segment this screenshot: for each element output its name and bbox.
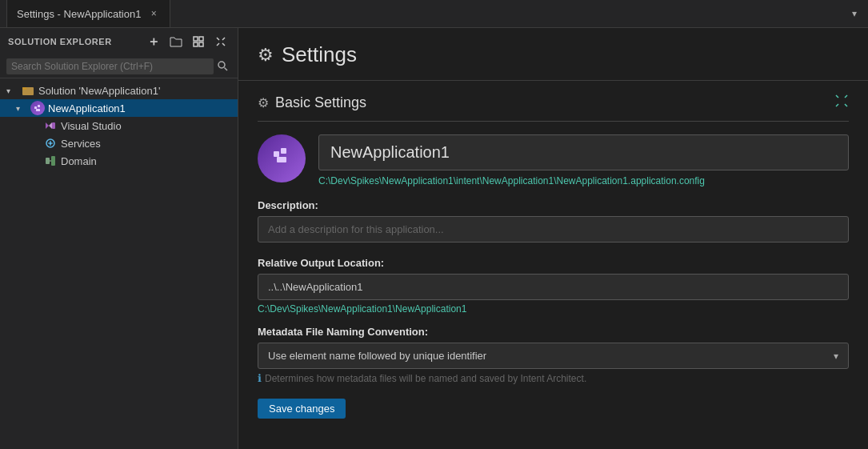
svg-rect-12 bbox=[34, 106, 37, 109]
settings-header-icon: ⚙ bbox=[258, 45, 274, 66]
description-field-group: Description: bbox=[258, 199, 849, 246]
project-label: NewApplication1 bbox=[48, 102, 126, 114]
sidebar-item-project[interactable]: ▾ NewApplication1 bbox=[0, 99, 238, 117]
section-header: ⚙ Basic Settings bbox=[258, 94, 849, 111]
domain-icon bbox=[43, 154, 58, 168]
main-content: ⚙ Settings ⚙ Basic Settings bbox=[238, 28, 868, 449]
svg-point-17 bbox=[50, 142, 52, 145]
section-expand-button[interactable] bbox=[834, 94, 849, 111]
app-logo-icon bbox=[270, 145, 293, 173]
svg-point-8 bbox=[218, 62, 225, 68]
svg-line-4 bbox=[217, 38, 219, 40]
app-name-display: NewApplication1 bbox=[318, 134, 849, 170]
svg-line-9 bbox=[225, 67, 228, 70]
svg-line-22 bbox=[845, 95, 847, 98]
folder-button[interactable] bbox=[167, 33, 185, 50]
naming-dropdown-arrow: ▾ bbox=[834, 351, 838, 362]
sidebar-item-solution[interactable]: ▾ Solution 'NewApplication1' bbox=[0, 82, 238, 99]
svg-line-5 bbox=[222, 38, 225, 40]
svg-rect-19 bbox=[51, 156, 55, 166]
svg-rect-3 bbox=[199, 42, 203, 46]
services-label: Services bbox=[61, 138, 101, 150]
naming-convention-field-group: Metadata File Naming Convention: Use ele… bbox=[258, 326, 849, 384]
svg-line-24 bbox=[845, 104, 847, 106]
search-bar bbox=[0, 55, 238, 78]
sidebar-item-visualstudio[interactable]: Visual Studio bbox=[0, 117, 238, 134]
settings-page-title: Settings bbox=[282, 42, 357, 67]
svg-rect-1 bbox=[199, 37, 203, 41]
visualstudio-label: Visual Studio bbox=[61, 120, 122, 132]
section-gear-icon: ⚙ bbox=[258, 95, 269, 110]
svg-rect-11 bbox=[22, 87, 26, 90]
solution-label: Solution 'NewApplication1' bbox=[38, 85, 160, 97]
svg-line-23 bbox=[836, 104, 838, 106]
output-location-value[interactable]: ..\..\NewApplication1 bbox=[258, 274, 849, 300]
info-icon: ℹ bbox=[258, 372, 262, 384]
layout-button[interactable] bbox=[212, 33, 230, 50]
app-name-section: NewApplication1 C:\Dev\Spikes\NewApplica… bbox=[318, 134, 849, 186]
tab-bar: Settings - NewApplication1 × ▾ bbox=[0, 0, 868, 28]
svg-rect-0 bbox=[194, 37, 198, 41]
description-label: Description: bbox=[258, 199, 849, 211]
output-location-label: Relative Output Location: bbox=[258, 257, 849, 269]
svg-line-6 bbox=[217, 43, 219, 46]
save-button[interactable]: Save changes bbox=[258, 399, 346, 419]
svg-rect-15 bbox=[52, 122, 55, 129]
app-config-path[interactable]: C:\Dev\Spikes\NewApplication1\intent\New… bbox=[318, 175, 849, 186]
output-location-path[interactable]: C:\Dev\Spikes\NewApplication1\NewApplica… bbox=[258, 303, 849, 315]
section-title-row: ⚙ Basic Settings bbox=[258, 94, 366, 111]
sidebar: Solution Explorer ＋ bbox=[0, 28, 238, 449]
add-button[interactable]: ＋ bbox=[145, 33, 162, 50]
project-arrow: ▾ bbox=[16, 104, 27, 113]
svg-line-21 bbox=[836, 95, 838, 98]
app-identity: NewApplication1 C:\Dev\Spikes\NewApplica… bbox=[258, 134, 849, 186]
visualstudio-icon bbox=[43, 118, 58, 133]
solution-tree: ▾ Solution 'NewApplication1' ▾ bbox=[0, 78, 238, 173]
svg-rect-13 bbox=[38, 105, 40, 107]
naming-hint-text: Determines how metadata files will be na… bbox=[265, 373, 586, 384]
search-input[interactable] bbox=[6, 58, 214, 74]
naming-hint: ℹ Determines how metadata files will be … bbox=[258, 372, 849, 384]
save-row: Save changes bbox=[258, 395, 849, 422]
section-divider bbox=[258, 121, 849, 122]
search-icon[interactable] bbox=[214, 60, 231, 74]
output-location-field-group: Relative Output Location: ..\..\NewAppli… bbox=[258, 257, 849, 315]
section-title: Basic Settings bbox=[275, 94, 366, 111]
tab-close-button[interactable]: × bbox=[147, 7, 160, 20]
app-logo bbox=[258, 134, 306, 182]
description-input[interactable] bbox=[258, 216, 849, 243]
settings-page-header: ⚙ Settings bbox=[238, 28, 868, 81]
svg-rect-2 bbox=[194, 42, 198, 46]
sidebar-toolbar: ＋ bbox=[145, 33, 230, 50]
tab-dropdown-arrow[interactable]: ▾ bbox=[847, 8, 862, 19]
sidebar-item-services[interactable]: Services bbox=[0, 134, 238, 152]
solution-arrow: ▾ bbox=[6, 86, 18, 95]
tab-label: Settings - NewApplication1 bbox=[17, 8, 141, 20]
svg-rect-26 bbox=[281, 148, 286, 154]
svg-line-7 bbox=[222, 43, 225, 46]
svg-rect-25 bbox=[274, 151, 279, 157]
svg-rect-18 bbox=[46, 158, 50, 164]
domain-label: Domain bbox=[61, 155, 97, 167]
sidebar-title: Solution Explorer bbox=[8, 37, 112, 46]
solution-icon bbox=[21, 83, 35, 98]
sidebar-item-domain[interactable]: Domain bbox=[0, 152, 238, 170]
svg-rect-14 bbox=[36, 109, 40, 111]
main-layout: Solution Explorer ＋ bbox=[0, 28, 868, 449]
naming-label: Metadata File Naming Convention: bbox=[258, 326, 849, 338]
services-icon bbox=[43, 136, 58, 150]
sidebar-header: Solution Explorer ＋ bbox=[0, 28, 238, 55]
basic-settings-section: ⚙ Basic Settings bbox=[238, 81, 868, 435]
expand-button[interactable] bbox=[190, 33, 207, 50]
naming-select-value: Use element name followed by unique iden… bbox=[268, 350, 486, 362]
settings-tab[interactable]: Settings - NewApplication1 × bbox=[6, 0, 170, 27]
svg-rect-27 bbox=[277, 157, 286, 162]
project-icon bbox=[30, 101, 45, 115]
naming-select[interactable]: Use element name followed by unique iden… bbox=[258, 343, 849, 369]
